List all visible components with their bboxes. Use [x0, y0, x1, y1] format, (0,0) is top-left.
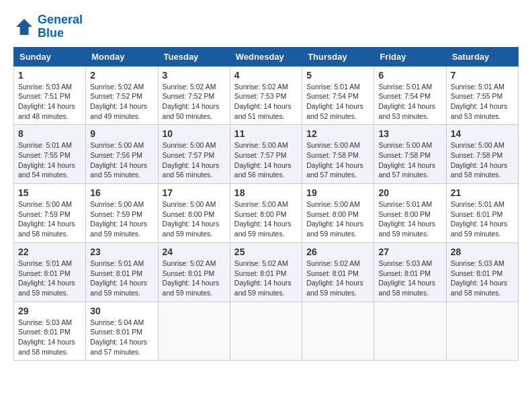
day-number: 21	[451, 187, 514, 198]
calendar-cell: 16 Sunrise: 5:00 AM Sunset: 7:59 PM Dayl…	[86, 184, 158, 243]
calendar-cell: 21 Sunrise: 5:01 AM Sunset: 8:01 PM Dayl…	[446, 184, 518, 243]
page-header: General Blue	[13, 13, 519, 40]
calendar-cell: 11 Sunrise: 5:00 AM Sunset: 7:57 PM Dayl…	[230, 125, 302, 184]
day-number: 14	[451, 128, 514, 139]
calendar: SundayMondayTuesdayWednesdayThursdayFrid…	[13, 47, 519, 361]
day-number: 16	[90, 187, 153, 198]
day-number: 24	[163, 246, 226, 257]
calendar-week-row: 22 Sunrise: 5:01 AM Sunset: 8:01 PM Dayl…	[14, 242, 519, 302]
day-number: 8	[18, 128, 81, 139]
day-info: Sunrise: 5:01 AM Sunset: 8:00 PM Dayligh…	[378, 199, 441, 239]
calendar-cell: 1 Sunrise: 5:03 AM Sunset: 7:51 PM Dayli…	[14, 66, 86, 125]
calendar-week-row: 8 Sunrise: 5:01 AM Sunset: 7:55 PM Dayli…	[14, 125, 519, 184]
day-info: Sunrise: 5:00 AM Sunset: 8:00 PM Dayligh…	[234, 199, 298, 239]
weekday-header: Tuesday	[158, 47, 230, 66]
day-info: Sunrise: 5:02 AM Sunset: 7:52 PM Dayligh…	[90, 82, 153, 122]
day-info: Sunrise: 5:03 AM Sunset: 8:01 PM Dayligh…	[451, 259, 514, 298]
calendar-week-row: 15 Sunrise: 5:00 AM Sunset: 7:59 PM Dayl…	[14, 184, 519, 243]
calendar-cell: 19 Sunrise: 5:00 AM Sunset: 8:00 PM Dayl…	[302, 184, 374, 243]
day-number: 15	[18, 187, 81, 198]
svg-marker-0	[16, 19, 32, 35]
calendar-week-row: 29 Sunrise: 5:03 AM Sunset: 8:01 PM Dayl…	[14, 302, 519, 361]
day-number: 5	[306, 70, 369, 81]
day-number: 27	[378, 246, 441, 257]
weekday-header: Sunday	[14, 47, 86, 66]
day-number: 13	[378, 128, 441, 139]
calendar-cell: 17 Sunrise: 5:00 AM Sunset: 8:00 PM Dayl…	[158, 184, 230, 243]
day-info: Sunrise: 5:02 AM Sunset: 8:01 PM Dayligh…	[306, 259, 369, 298]
day-info: Sunrise: 5:00 AM Sunset: 8:00 PM Dayligh…	[163, 199, 226, 239]
day-number: 20	[378, 187, 441, 198]
day-info: Sunrise: 5:02 AM Sunset: 8:01 PM Dayligh…	[163, 259, 226, 298]
day-info: Sunrise: 5:02 AM Sunset: 7:53 PM Dayligh…	[234, 82, 298, 122]
weekday-header: Wednesday	[230, 47, 302, 66]
day-info: Sunrise: 5:01 AM Sunset: 8:01 PM Dayligh…	[90, 259, 153, 298]
calendar-cell: 3 Sunrise: 5:02 AM Sunset: 7:52 PM Dayli…	[158, 66, 230, 125]
day-number: 19	[306, 187, 369, 198]
calendar-cell: 6 Sunrise: 5:01 AM Sunset: 7:54 PM Dayli…	[374, 66, 446, 125]
calendar-cell: 5 Sunrise: 5:01 AM Sunset: 7:54 PM Dayli…	[302, 66, 374, 125]
calendar-cell: 13 Sunrise: 5:00 AM Sunset: 7:58 PM Dayl…	[374, 125, 446, 184]
day-info: Sunrise: 5:00 AM Sunset: 7:59 PM Dayligh…	[90, 199, 153, 239]
day-info: Sunrise: 5:01 AM Sunset: 7:54 PM Dayligh…	[378, 82, 441, 122]
day-number: 29	[18, 306, 81, 316]
calendar-cell: 22 Sunrise: 5:01 AM Sunset: 8:01 PM Dayl…	[14, 242, 86, 302]
day-info: Sunrise: 5:01 AM Sunset: 8:01 PM Dayligh…	[18, 259, 81, 298]
calendar-cell	[302, 302, 374, 361]
weekday-header: Friday	[374, 47, 446, 66]
calendar-cell: 30 Sunrise: 5:04 AM Sunset: 8:01 PM Dayl…	[86, 302, 158, 361]
weekday-header: Saturday	[446, 47, 518, 66]
day-info: Sunrise: 5:01 AM Sunset: 7:54 PM Dayligh…	[306, 82, 369, 122]
day-info: Sunrise: 5:03 AM Sunset: 8:01 PM Dayligh…	[18, 318, 81, 357]
day-number: 28	[451, 246, 514, 257]
day-number: 18	[234, 187, 298, 198]
day-number: 25	[234, 246, 298, 257]
calendar-cell: 23 Sunrise: 5:01 AM Sunset: 8:01 PM Dayl…	[86, 242, 158, 302]
day-info: Sunrise: 5:02 AM Sunset: 8:01 PM Dayligh…	[234, 259, 298, 298]
day-number: 30	[90, 306, 153, 316]
day-info: Sunrise: 5:00 AM Sunset: 7:56 PM Dayligh…	[90, 140, 153, 180]
calendar-cell	[230, 302, 302, 361]
day-number: 23	[90, 246, 153, 257]
calendar-cell: 4 Sunrise: 5:02 AM Sunset: 7:53 PM Dayli…	[230, 66, 302, 125]
day-info: Sunrise: 5:03 AM Sunset: 7:51 PM Dayligh…	[18, 82, 81, 122]
calendar-cell: 12 Sunrise: 5:00 AM Sunset: 7:58 PM Dayl…	[302, 125, 374, 184]
calendar-cell: 29 Sunrise: 5:03 AM Sunset: 8:01 PM Dayl…	[14, 302, 86, 361]
calendar-cell: 27 Sunrise: 5:03 AM Sunset: 8:01 PM Dayl…	[374, 242, 446, 302]
weekday-header: Monday	[86, 47, 158, 66]
day-info: Sunrise: 5:00 AM Sunset: 7:58 PM Dayligh…	[451, 140, 514, 180]
calendar-week-row: 1 Sunrise: 5:03 AM Sunset: 7:51 PM Dayli…	[14, 66, 519, 125]
day-number: 22	[18, 246, 81, 257]
day-info: Sunrise: 5:00 AM Sunset: 7:59 PM Dayligh…	[18, 199, 81, 239]
logo-text: General Blue	[38, 13, 83, 40]
day-number: 1	[18, 70, 81, 81]
day-number: 7	[451, 70, 514, 81]
day-info: Sunrise: 5:01 AM Sunset: 7:55 PM Dayligh…	[451, 82, 514, 122]
day-info: Sunrise: 5:01 AM Sunset: 8:01 PM Dayligh…	[451, 199, 514, 239]
logo: General Blue	[13, 13, 83, 40]
calendar-cell: 9 Sunrise: 5:00 AM Sunset: 7:56 PM Dayli…	[86, 125, 158, 184]
day-info: Sunrise: 5:03 AM Sunset: 8:01 PM Dayligh…	[378, 259, 441, 298]
day-info: Sunrise: 5:01 AM Sunset: 7:55 PM Dayligh…	[18, 140, 81, 180]
day-number: 6	[378, 70, 441, 81]
calendar-cell: 15 Sunrise: 5:00 AM Sunset: 7:59 PM Dayl…	[14, 184, 86, 243]
calendar-cell: 7 Sunrise: 5:01 AM Sunset: 7:55 PM Dayli…	[446, 66, 518, 125]
day-number: 9	[90, 128, 153, 139]
calendar-cell: 18 Sunrise: 5:00 AM Sunset: 8:00 PM Dayl…	[230, 184, 302, 243]
calendar-cell: 20 Sunrise: 5:01 AM Sunset: 8:00 PM Dayl…	[374, 184, 446, 243]
calendar-cell	[446, 302, 518, 361]
logo-icon	[13, 16, 35, 38]
calendar-cell: 8 Sunrise: 5:01 AM Sunset: 7:55 PM Dayli…	[14, 125, 86, 184]
day-info: Sunrise: 5:04 AM Sunset: 8:01 PM Dayligh…	[90, 318, 153, 357]
calendar-cell	[158, 302, 230, 361]
day-info: Sunrise: 5:00 AM Sunset: 7:57 PM Dayligh…	[163, 140, 226, 180]
day-number: 11	[234, 128, 298, 139]
day-number: 26	[306, 246, 369, 257]
calendar-cell: 2 Sunrise: 5:02 AM Sunset: 7:52 PM Dayli…	[86, 66, 158, 125]
day-info: Sunrise: 5:00 AM Sunset: 8:00 PM Dayligh…	[306, 199, 369, 239]
day-number: 2	[90, 70, 153, 81]
day-number: 12	[306, 128, 369, 139]
calendar-cell: 10 Sunrise: 5:00 AM Sunset: 7:57 PM Dayl…	[158, 125, 230, 184]
calendar-cell: 28 Sunrise: 5:03 AM Sunset: 8:01 PM Dayl…	[446, 242, 518, 302]
calendar-cell	[374, 302, 446, 361]
